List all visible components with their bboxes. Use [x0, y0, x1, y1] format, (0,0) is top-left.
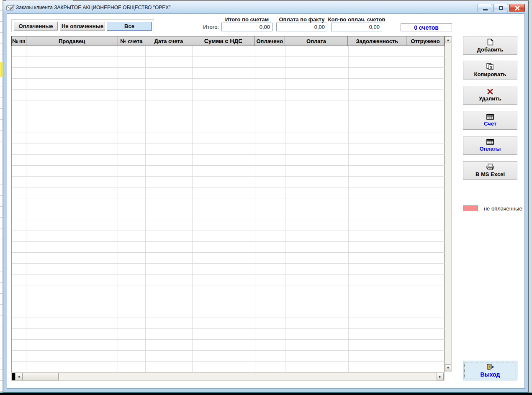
table-cell[interactable]: [118, 329, 146, 340]
table-cell[interactable]: [146, 111, 193, 122]
table-cell[interactable]: [255, 144, 285, 155]
column-header-shipped[interactable]: Отгружено: [406, 36, 444, 46]
table-cell[interactable]: [118, 177, 146, 187]
exit-button[interactable]: Выход: [463, 361, 517, 380]
table-cell[interactable]: [193, 231, 255, 242]
delete-button[interactable]: Удалить: [463, 86, 517, 105]
table-cell[interactable]: [193, 351, 255, 362]
table-cell[interactable]: [285, 340, 349, 351]
table-cell[interactable]: [285, 362, 349, 372]
table-cell[interactable]: [255, 242, 285, 253]
scroll-right-button[interactable]: ►: [437, 373, 444, 380]
payment-fact-field[interactable]: [276, 23, 327, 31]
table-cell[interactable]: [193, 155, 255, 166]
table-cell[interactable]: [26, 166, 118, 177]
table-cell[interactable]: [146, 220, 193, 231]
table-cell[interactable]: [118, 264, 146, 274]
table-cell[interactable]: [285, 68, 349, 79]
table-cell[interactable]: [118, 133, 146, 144]
table-cell[interactable]: [118, 198, 146, 209]
table-cell[interactable]: [193, 111, 255, 122]
table-cell[interactable]: [349, 318, 407, 329]
table-cell[interactable]: [407, 209, 445, 220]
table-cell[interactable]: [146, 133, 193, 144]
add-button[interactable]: Добавить: [463, 36, 517, 55]
table-cell[interactable]: [26, 351, 118, 362]
table-cell[interactable]: [349, 242, 407, 253]
horizontal-scroll-thumb[interactable]: [22, 373, 59, 380]
table-cell[interactable]: [285, 274, 349, 285]
table-cell[interactable]: [12, 68, 26, 79]
table-cell[interactable]: [255, 133, 285, 144]
table-cell[interactable]: [349, 166, 407, 177]
table-cell[interactable]: [146, 318, 193, 329]
table-cell[interactable]: [285, 253, 349, 264]
table-cell[interactable]: [26, 296, 118, 307]
column-header-invoice-date[interactable]: Дата счета: [145, 36, 192, 46]
table-cell[interactable]: [12, 177, 26, 187]
table-cell[interactable]: [118, 57, 146, 68]
table-cell[interactable]: [12, 329, 26, 340]
table-cell[interactable]: [407, 122, 445, 133]
table-cell[interactable]: [118, 340, 146, 351]
table-cell[interactable]: [12, 285, 26, 296]
table-cell[interactable]: [12, 318, 26, 329]
column-header-seller[interactable]: Продавец: [26, 36, 118, 46]
table-cell[interactable]: [26, 100, 118, 111]
table-cell[interactable]: [12, 111, 26, 122]
column-header-invoice-no[interactable]: № счета: [118, 36, 146, 46]
table-cell[interactable]: [349, 57, 407, 68]
table-cell[interactable]: [118, 79, 146, 90]
excel-button[interactable]: В MS Excel: [463, 161, 517, 180]
table-cell[interactable]: [285, 285, 349, 296]
table-cell[interactable]: [285, 100, 349, 111]
table-cell[interactable]: [193, 329, 255, 340]
table-cell[interactable]: [193, 133, 255, 144]
table-cell[interactable]: [407, 100, 445, 111]
payments-button[interactable]: Оплаты: [463, 136, 517, 155]
table-cell[interactable]: [146, 340, 193, 351]
table-cell[interactable]: [146, 90, 193, 100]
scroll-up-button[interactable]: ▲: [445, 36, 451, 43]
table-cell[interactable]: [349, 144, 407, 155]
table-cell[interactable]: [118, 307, 146, 318]
table-cell[interactable]: [12, 166, 26, 177]
table-cell[interactable]: [26, 307, 118, 318]
table-cell[interactable]: [146, 351, 193, 362]
table-cell[interactable]: [349, 220, 407, 231]
table-cell[interactable]: [146, 296, 193, 307]
table-cell[interactable]: [26, 177, 118, 187]
table-cell[interactable]: [255, 340, 285, 351]
title-bar[interactable]: Заказы клиента ЗАКРЫТОЕ АКЦИОНЕРНОЕ ОБЩЕ…: [3, 1, 528, 13]
table-cell[interactable]: [26, 46, 118, 57]
table-cell[interactable]: [349, 274, 407, 285]
table-cell[interactable]: [255, 79, 285, 90]
table-cell[interactable]: [255, 285, 285, 296]
table-cell[interactable]: [193, 68, 255, 79]
table-cell[interactable]: [193, 264, 255, 274]
table-cell[interactable]: [349, 46, 407, 57]
table-cell[interactable]: [12, 220, 26, 231]
table-cell[interactable]: [26, 362, 118, 372]
filter-paid-button[interactable]: Оплаченные: [14, 22, 58, 31]
table-cell[interactable]: [26, 340, 118, 351]
table-cell[interactable]: [12, 253, 26, 264]
table-cell[interactable]: [193, 296, 255, 307]
column-header-amount-vat[interactable]: Сумма с НДС: [192, 36, 255, 46]
table-cell[interactable]: [26, 155, 118, 166]
table-cell[interactable]: [12, 100, 26, 111]
table-cell[interactable]: [407, 177, 445, 187]
table-cell[interactable]: [12, 296, 26, 307]
table-cell[interactable]: [118, 253, 146, 264]
table-cell[interactable]: [285, 90, 349, 100]
table-cell[interactable]: [285, 79, 349, 90]
table-cell[interactable]: [26, 318, 118, 329]
table-cell[interactable]: [118, 209, 146, 220]
table-cell[interactable]: [146, 307, 193, 318]
table-cell[interactable]: [118, 242, 146, 253]
table-cell[interactable]: [146, 177, 193, 187]
table-cell[interactable]: [285, 46, 349, 57]
table-cell[interactable]: [118, 46, 146, 57]
table-cell[interactable]: [146, 329, 193, 340]
table-cell[interactable]: [146, 209, 193, 220]
